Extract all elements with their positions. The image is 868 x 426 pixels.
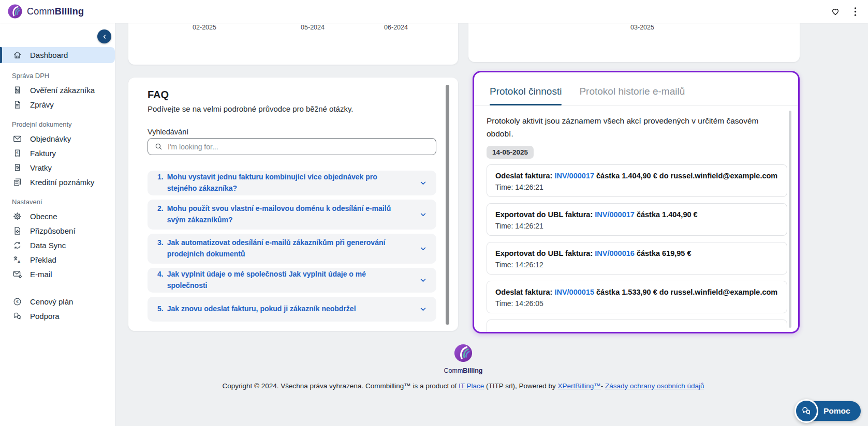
svg-text:€: € [16,299,19,304]
commbilling-logo-icon [7,4,23,19]
faq-search-input[interactable] [168,143,430,151]
sidebar-item-podpora[interactable]: Podpora [0,309,115,323]
activity-entry-time: Time: 14:26:21 [495,222,778,230]
footer: CommBilling Copyright © 2024. Všechna pr… [116,343,811,390]
svg-text:A: A [18,260,21,264]
privacy-policy-link[interactable]: Zásady ochrany osobních údajů [605,382,704,390]
header-actions [830,6,857,17]
invoice-link[interactable]: INV/000016 [595,249,635,257]
sidebar: Dashboard Správa DPH Ověření zákazníka Z… [0,23,115,426]
tab-activity-log[interactable]: Protokol činnosti [490,86,562,105]
sidebar-section-prodejni-dokumenty: Prodejní dokumenty [12,120,115,128]
faq-item[interactable]: 1.Mohu vystavit jednu fakturu kombinujíc… [148,171,436,195]
page: 02-2025 05-2024 06-2024 03-2025 FAQ Podí… [0,0,868,426]
chevron-down-icon [419,276,428,285]
sidebar-item-objednavky[interactable]: Objednávky [0,132,115,146]
xpertbilling-link[interactable]: XPertBilling™ [558,382,601,390]
sidebar-item-label: Dashboard [30,51,68,59]
sidebar-item-label: E-mail [30,270,52,279]
sidebar-item-preklad[interactable]: A Překlad [0,253,115,267]
sidebar-item-kreditni-poznamky[interactable]: Kreditní poznámky [0,175,115,189]
sidebar-item-label: Obecne [30,212,57,221]
activity-entry-time: Time: 14:26:12 [495,261,778,269]
invoice-link[interactable]: INV/000015 [554,288,594,296]
sidebar-item-dashboard[interactable]: Dashboard [0,47,115,63]
favorites-button[interactable] [830,6,841,17]
x-axis-label: 02-2025 [193,24,216,31]
faq-question: 2.Mohu použít svou vlastní e-mailovou do… [157,203,406,225]
sidebar-item-obecne[interactable]: Obecne [0,209,115,223]
faq-title: FAQ [148,89,169,101]
activity-scrollbar[interactable] [789,111,791,328]
faq-item[interactable]: 4.Jak vyplnit údaje o mé společnosti Jak… [148,268,436,293]
sidebar-item-overeni-zakaznika[interactable]: Ověření zákazníka [0,83,115,97]
kebab-menu-icon [854,7,857,17]
faq-item[interactable]: 5.Jak znovu odeslat fakturu, pokud ji zá… [148,297,436,322]
invoice-link[interactable]: INV/000017 [554,172,594,180]
activity-entry-time: Time: 14:26:21 [495,183,778,191]
faq-subtitle: Podívejte se na velmi podrobné průvodce … [148,104,353,113]
chevron-left-icon [101,34,108,40]
sidebar-section-sprava-dph: Správa DPH [12,72,115,80]
faq-scrollbar[interactable] [446,85,449,325]
help-button[interactable]: Pomoc [795,399,861,423]
tab-email-history-log[interactable]: Protokol historie e-mailů [579,86,685,105]
x-axis-label: 06-2024 [384,24,408,31]
support-chat-icon [12,311,22,321]
euro-circle-icon: € [12,297,22,307]
faq-item[interactable]: 3.Jak automatizovat odesílání e-mailů zá… [148,234,436,264]
sidebar-item-label: Přizpůsobení [30,226,76,235]
sidebar-item-prizpusobeni[interactable]: Přizpůsobení [0,224,115,238]
sidebar-collapse-button[interactable] [97,29,111,43]
sidebar-item-cenovy-plan[interactable]: € Cenový plán [0,295,115,309]
faq-item[interactable]: 2.Mohu použít svou vlastní e-mailovou do… [148,200,436,230]
sidebar-item-faktury[interactable]: € Faktury [0,146,115,160]
chevron-down-icon [419,210,428,219]
activity-entry-text: Exportovat do UBL faktura: INV/000017 čá… [495,209,778,220]
invoice-euro-icon: € [12,148,22,158]
help-chat-icon [795,399,818,423]
credit-notes-icon [12,177,22,187]
gear-icon [12,211,22,221]
faq-question: 1.Mohu vystavit jednu fakturu kombinujíc… [157,172,406,194]
sidebar-gap [0,282,115,294]
commbilling-logo-icon [453,343,473,363]
receipt-percent-icon [12,85,22,95]
sidebar-item-label: Faktury [30,149,56,158]
activity-entry-text: Odeslat faktura: INV/000015 částka 1.533… [495,287,778,297]
activity-entry: Exportovat do UBL faktura: INV/000016 čá… [487,242,787,275]
chevron-down-icon [419,305,428,314]
chart-card-left: 02-2025 05-2024 06-2024 [128,23,458,65]
invoice-link[interactable]: INV/000017 [595,210,635,219]
faq-card: FAQ Podívejte se na velmi podrobné průvo… [128,78,458,331]
activity-entry: Odeslat faktura: INV/000015 částka 1.533… [487,281,787,313]
sidebar-item-vratky[interactable]: Vratky [0,161,115,175]
sidebar-item-label: Ověření zákazníka [30,86,95,95]
sidebar-item-label: Data Sync [30,241,66,250]
svg-text:€: € [17,151,19,155]
heart-icon [830,6,841,17]
document-icon [12,100,22,110]
search-icon [154,142,163,151]
sidebar-item-email[interactable]: E-mail [0,267,115,281]
activity-description: Protokoly aktivit jsou záznamem všech ak… [487,115,776,141]
itplace-link[interactable]: IT Place [459,382,484,390]
faq-question: 4.Jak vyplnit údaje o mé společnosti Jak… [157,269,406,291]
sidebar-item-label: Vratky [30,163,52,172]
faq-question: 5.Jak znovu odeslat fakturu, pokud ji zá… [157,303,356,315]
sidebar-item-zpravy[interactable]: Zprávy [0,98,115,112]
sidebar-item-label: Zprávy [30,100,54,109]
chevron-down-icon [419,179,428,188]
activity-entry-text: Odeslat faktura: INV/000017 částka 1.404… [495,171,778,181]
chart-card-right: 03-2025 [468,23,800,62]
faq-search-label: Vyhledávání [148,128,188,136]
sidebar-item-label: Objednávky [30,134,71,143]
sidebar-item-data-sync[interactable]: Data Sync [0,238,115,252]
sidebar-section-nastaveni: Nastavení [12,198,115,206]
activity-entry-text: Exportovat do UBL faktura: INV/000016 čá… [495,248,778,258]
brand-name: CommBilling [27,6,84,17]
sync-icon [12,240,22,250]
activity-entry: Exportovat do UBL faktura: INV/000017 čá… [487,203,787,236]
return-receipt-icon [12,163,22,173]
more-options-button[interactable] [854,7,857,17]
